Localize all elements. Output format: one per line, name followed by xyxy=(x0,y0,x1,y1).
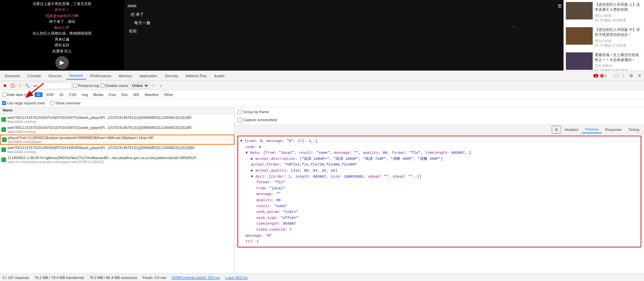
filter-media-button[interactable]: Media xyxy=(91,92,105,97)
request-item-4[interactable]: 111804822-1-80.flv?e=ig8euwZM2rNcNbu37zU… xyxy=(0,155,234,165)
video-overlay: 没看过上篇不用在意哦，三者无关联 的牛牛！ 我真是high到不行啊 终于来了，感… xyxy=(0,0,124,71)
large-rows-label[interactable]: Use large request rows xyxy=(2,101,45,105)
filter-img-button[interactable]: Img xyxy=(80,92,90,97)
tab-console[interactable]: Console xyxy=(24,73,44,79)
request-icon-1 xyxy=(1,127,6,132)
json-key-10: quality xyxy=(256,198,272,202)
transferred-size: 79.2 MB / 79.4 MB transferred xyxy=(35,276,84,280)
filter-doc-button[interactable]: Doc xyxy=(119,92,130,97)
video-player: 没看过上篇不用在意哦，三者无关联 的牛牛！ 我真是high到不行啊 终于来了，感… xyxy=(0,0,124,71)
disable-cache-checkbox[interactable] xyxy=(100,84,104,88)
clear-button[interactable]: 🚫 xyxy=(9,83,15,89)
record-button[interactable]: ⏺ xyxy=(2,83,8,89)
tab-network[interactable]: Network xyxy=(66,72,86,80)
settings-icon[interactable]: ⚙ xyxy=(628,73,635,79)
filter-js-button[interactable]: JS xyxy=(57,92,65,97)
disable-cache-label[interactable]: Disable cache xyxy=(100,84,128,88)
tab-sources[interactable]: Sources xyxy=(45,73,65,79)
dom-content-loaded[interactable]: DOMContentLoaded: 533 ms xyxy=(172,276,220,280)
capture-screenshots-row: Capture screenshots xyxy=(237,116,641,124)
filter-xhr-button[interactable]: XHR xyxy=(44,92,56,97)
json-triangle-5[interactable]: ▶ xyxy=(251,169,253,173)
json-key-1: code xyxy=(246,145,254,149)
filter-css-button[interactable]: CSS xyxy=(67,92,78,97)
filter-other-button[interactable]: Other xyxy=(162,92,175,97)
throttle-select[interactable]: Online xyxy=(130,82,149,89)
json-line-8: from: "local" xyxy=(240,186,639,192)
request-item-0[interactable]: web?0011151570191697518|570191697518|web… xyxy=(0,114,234,125)
tab-elements[interactable]: Elements xyxy=(1,73,23,79)
error-badge: 1 xyxy=(593,74,599,78)
sidebar-video-channel-1: 喵玩の祝福 xyxy=(595,13,642,18)
filter-all-button[interactable]: All xyxy=(35,92,43,97)
show-overview-checkbox[interactable] xyxy=(50,101,54,105)
filter-toggle-button[interactable]: ▽ xyxy=(17,83,23,89)
tab-audits[interactable]: Audits xyxy=(211,73,228,79)
filter-ws-button[interactable]: WS xyxy=(131,92,141,97)
large-rows-checkbox[interactable] xyxy=(2,101,6,105)
json-triangle-0[interactable]: ▼ xyxy=(240,139,243,143)
sidebar-video-item-3[interactable]: 震撼灵魂！史上最悲壮的战争之一！今后再难遇到！ 艾伦·耶格尔 91.1万播放 6… xyxy=(564,50,644,71)
request-icon-3 xyxy=(1,147,6,152)
group-by-frame-checkbox[interactable] xyxy=(237,110,242,114)
request-name-2: playurl?cid=111804822&otype=json&avid=58… xyxy=(8,136,232,140)
json-key-12: seek_param xyxy=(256,210,278,214)
json-line-12: seek_param: "start" xyxy=(240,209,639,215)
play-button[interactable]: ▶ xyxy=(55,56,69,69)
load-time[interactable]: Load: 603 ms xyxy=(225,276,248,280)
json-line-13: seek_type: "offset" xyxy=(240,215,639,221)
preserve-log-checkbox[interactable] xyxy=(73,84,77,88)
json-line-17: ttl: 1 xyxy=(240,239,639,245)
request-item-2[interactable]: playurl?cid=111804822&otype=json&avid=58… xyxy=(0,135,234,145)
hide-data-urls-label[interactable]: Hide data URLs xyxy=(2,92,33,97)
request-name-wrap-3: web?0011151570191490359|570191490359|web… xyxy=(7,146,233,154)
tab-timing[interactable]: Timing xyxy=(625,126,643,133)
tab-preview[interactable]: Preview xyxy=(582,126,602,133)
sidebar-video-item-2[interactable]: 【进击的巨人夺回篇 中】存在于绝望背后的信念！ 喵玩の祝福 59.7万播放 27… xyxy=(564,25,644,50)
hide-data-urls-text: Hide data URLs xyxy=(7,93,33,97)
hide-data-urls-checkbox[interactable] xyxy=(2,92,6,97)
overlay-line5: 酝出心声 xyxy=(55,25,69,31)
sidebar-video-title-1: 【进击的巨人夺回篇 上】这本该属于人类的东西。 xyxy=(595,2,642,12)
sidebar-thumb-2 xyxy=(566,27,593,45)
json-key-4: accept_format xyxy=(251,162,280,167)
request-list-panel: Name web?0011151570191697518|57019169751… xyxy=(0,107,235,274)
json-key-7: format xyxy=(256,180,270,184)
filter-bar: Hide data URLs All XHR JS CSS Img Media … xyxy=(0,90,644,99)
tab-application[interactable]: Application xyxy=(136,73,161,79)
tab-security[interactable]: Security xyxy=(161,73,181,79)
capture-screenshots-checkbox[interactable] xyxy=(237,118,242,122)
upload-button[interactable]: ↑ xyxy=(151,83,157,89)
sidebar-thumb-3 xyxy=(566,52,593,70)
sidebar-video-item-1[interactable]: 【进击的巨人夺回篇 上】这本该属于人类的东西。 喵玩の祝福 54.3万播放 46… xyxy=(564,0,644,25)
overlay-line4: 终于来了，感动 xyxy=(49,19,75,25)
tab-headers[interactable]: Headers xyxy=(561,126,582,133)
more-icon[interactable]: ⋮ xyxy=(620,73,627,79)
json-key-3: accept_description xyxy=(255,157,295,161)
resources-size: 79.2 MB / 85.4 MB resources xyxy=(89,276,137,280)
filter-font-button[interactable]: Font xyxy=(107,92,118,97)
url-search-input[interactable] xyxy=(32,82,72,89)
search-button[interactable]: 🔍 xyxy=(24,83,30,89)
filter-manifest-button[interactable]: Manifest xyxy=(143,92,161,97)
tab-performance[interactable]: Performance xyxy=(87,73,115,79)
request-item-3[interactable]: web?0011151570191490359|570191490359|web… xyxy=(0,145,234,155)
sidebar-video-stats-3: 91.1万播放 61672弹幕 xyxy=(595,68,642,71)
show-overview-label[interactable]: Show overview xyxy=(50,101,80,105)
json-triangle-3[interactable]: ▶ xyxy=(251,157,253,161)
request-item-1[interactable]: web?0011151570191697521|570191697521|web… xyxy=(0,125,234,135)
name-column-header[interactable]: Name xyxy=(1,107,233,114)
preserve-log-label[interactable]: Preserve log xyxy=(73,84,99,88)
json-triangle-6[interactable]: ▼ xyxy=(251,175,253,179)
request-name-4: 111804822-1-80.flv?e=ig8euwZM2rNcNbu37zU… xyxy=(7,156,233,160)
tab-memory[interactable]: Memory xyxy=(115,73,136,79)
tab-adblock[interactable]: Adblock Plus xyxy=(182,73,210,79)
finish-time: Finish: 3.5 min xyxy=(143,276,167,280)
json-triangle-2[interactable]: ▼ xyxy=(246,151,248,155)
download-button[interactable]: ↓ xyxy=(158,83,164,89)
close-icon[interactable]: ✕ xyxy=(636,73,643,79)
response-close-button[interactable]: ✕ xyxy=(552,126,561,134)
request-icon-4 xyxy=(1,157,6,162)
request-name-wrap-4: 111804822-1-80.flv?e=ig8euwZM2rNcNbu37zU… xyxy=(7,156,233,164)
tab-response[interactable]: Response xyxy=(602,126,625,133)
